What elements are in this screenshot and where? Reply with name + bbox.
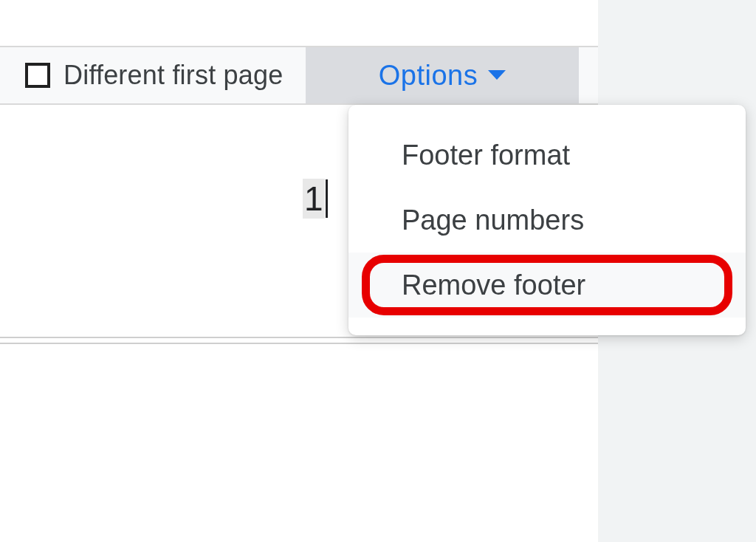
page-divider bbox=[0, 337, 598, 344]
menu-item-label: Remove footer bbox=[402, 270, 585, 301]
caret-down-icon bbox=[488, 70, 506, 83]
menu-item-footer-format[interactable]: Footer format bbox=[348, 123, 746, 188]
different-first-page-label: Different first page bbox=[63, 60, 283, 91]
menu-item-label: Footer format bbox=[402, 140, 570, 171]
text-cursor-icon bbox=[326, 179, 328, 218]
menu-item-label: Page numbers bbox=[402, 205, 584, 236]
different-first-page-checkbox[interactable]: Different first page bbox=[25, 60, 283, 91]
options-button[interactable]: Options bbox=[306, 46, 579, 105]
footer-page-number-field[interactable]: 1 bbox=[303, 179, 328, 219]
options-dropdown: Footer format Page numbers Remove footer bbox=[348, 105, 746, 335]
page-number-value: 1 bbox=[303, 179, 325, 219]
options-label: Options bbox=[379, 60, 478, 92]
menu-item-remove-footer[interactable]: Remove footer bbox=[348, 253, 746, 318]
checkbox-icon bbox=[25, 63, 50, 88]
menu-item-page-numbers[interactable]: Page numbers bbox=[348, 188, 746, 253]
